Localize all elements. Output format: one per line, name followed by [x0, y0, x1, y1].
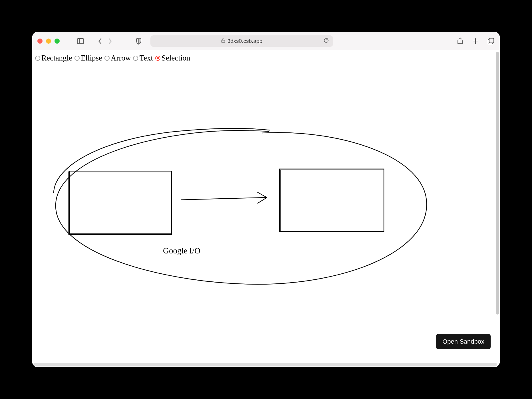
- canvas-rectangle-right[interactable]: [279, 169, 384, 232]
- close-icon[interactable]: [37, 39, 43, 44]
- canvas-ellipse[interactable]: [54, 128, 427, 284]
- horizontal-scrollbar[interactable]: [33, 363, 497, 366]
- svg-line-10: [181, 198, 266, 200]
- titlebar: 3dxs0.csb.app: [32, 32, 500, 50]
- drawing-canvas[interactable]: Google I/O: [32, 50, 500, 367]
- tabs-overview-icon[interactable]: [487, 37, 495, 45]
- maximize-icon[interactable]: [55, 39, 60, 44]
- vertical-scrollbar[interactable]: [496, 52, 499, 315]
- address-bar[interactable]: 3dxs0.csb.app: [150, 35, 333, 47]
- svg-rect-7: [70, 171, 172, 234]
- svg-rect-9: [280, 170, 384, 231]
- share-icon[interactable]: [456, 37, 464, 45]
- shield-icon[interactable]: [135, 37, 142, 45]
- svg-rect-5: [489, 38, 494, 43]
- sidebar-toggle-icon[interactable]: [77, 37, 84, 45]
- canvas-rectangle-left[interactable]: [69, 171, 172, 235]
- reload-icon[interactable]: [323, 38, 329, 45]
- svg-rect-8: [279, 169, 384, 232]
- minimize-icon[interactable]: [46, 39, 51, 44]
- open-sandbox-button[interactable]: Open Sandbox: [436, 334, 491, 349]
- back-icon[interactable]: [96, 37, 104, 45]
- window-controls: [37, 39, 60, 44]
- browser-window: 3dxs0.csb.app Rectangle Ellipse: [32, 32, 500, 367]
- address-url: 3dxs0.csb.app: [227, 38, 263, 44]
- forward-icon[interactable]: [106, 37, 114, 45]
- canvas-text[interactable]: Google I/O: [163, 246, 200, 255]
- svg-rect-2: [221, 40, 225, 43]
- svg-rect-6: [69, 172, 172, 235]
- new-tab-icon[interactable]: [472, 37, 479, 45]
- canvas-arrow[interactable]: [181, 192, 267, 203]
- svg-rect-0: [77, 39, 84, 44]
- page-content: Rectangle Ellipse Arrow Text Selection: [32, 50, 500, 367]
- lock-icon: [221, 38, 225, 44]
